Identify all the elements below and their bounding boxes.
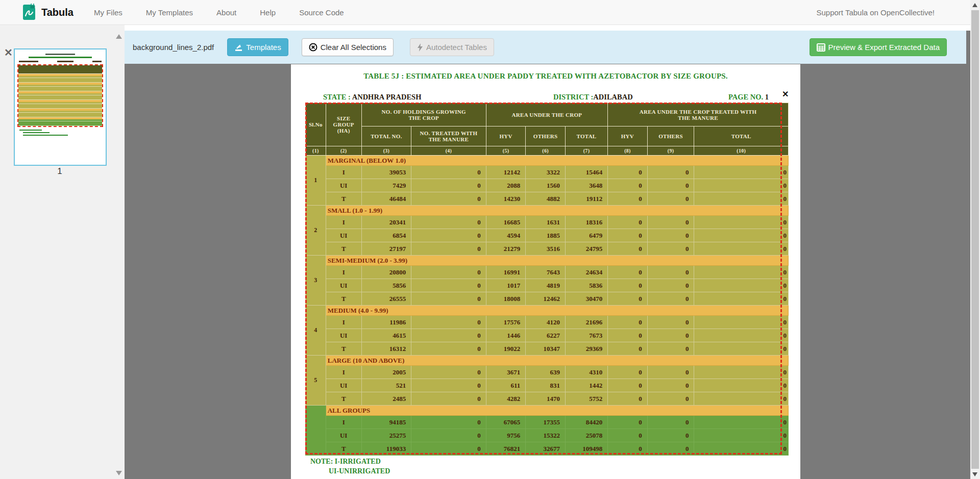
selection-box[interactable] xyxy=(305,103,782,455)
nav-support-link[interactable]: Support Tabula on OpenCollective! xyxy=(816,8,935,17)
export-button[interactable]: Preview & Export Extracted Data xyxy=(810,38,947,56)
page-number-label: 1 xyxy=(14,166,106,177)
autodetect-tables-button[interactable]: Autodetect Tables xyxy=(410,38,494,56)
nav-my-templates[interactable]: My Templates xyxy=(146,8,193,17)
selection-close-icon[interactable]: ✕ xyxy=(782,90,789,98)
brand[interactable]: Tabula xyxy=(21,4,74,21)
thumbnail-title-line xyxy=(45,54,75,55)
nav-my-files[interactable]: My Files xyxy=(94,8,122,17)
nav-source-code[interactable]: Source Code xyxy=(299,8,344,17)
autodetect-lightning-icon xyxy=(417,43,423,52)
navbar: Tabula My Files My Templates About Help … xyxy=(0,0,970,25)
filename-label: background_lines_2.pdf xyxy=(133,43,214,52)
scroll-up-icon[interactable] xyxy=(972,3,977,7)
thumbnail-group-rows xyxy=(18,111,102,117)
thumbnail-meta-line xyxy=(19,61,102,62)
pdf-note-line-1: NOTE: I-IRRIGATED xyxy=(310,458,381,466)
clear-selections-label: Clear All Selections xyxy=(321,43,386,52)
nav-menu: My Files My Templates About Help Source … xyxy=(94,8,344,17)
sidebar: ✕ 1 xyxy=(0,25,125,479)
remove-page-icon[interactable]: ✕ xyxy=(4,47,13,58)
state-value: ANDHRA PRADESH xyxy=(352,93,422,101)
nav-help[interactable]: Help xyxy=(260,8,276,17)
toolbar: background_lines_2.pdf Templates Clear A… xyxy=(125,31,966,64)
clear-selections-icon xyxy=(309,43,317,52)
clear-selections-button[interactable]: Clear All Selections xyxy=(302,38,394,56)
pdf-table-title: TABLE 5J : ESTIMATED AREA UNDER PADDY TR… xyxy=(291,72,800,81)
brand-title: Tabula xyxy=(41,7,74,18)
pdf-page[interactable]: TABLE 5J : ESTIMATED AREA UNDER PADDY TR… xyxy=(291,64,800,479)
thumbnail-notes xyxy=(17,130,104,136)
nav-about[interactable]: About xyxy=(216,8,236,17)
thumbnail-table-header xyxy=(18,65,102,74)
pdf-note-line-2: UI-UNIRRIGATED xyxy=(329,467,390,475)
templates-button[interactable]: Templates xyxy=(227,38,288,56)
export-table-icon xyxy=(817,43,825,52)
page-no-label: PAGE NO. xyxy=(728,93,763,101)
tabula-logo-icon xyxy=(21,4,37,21)
scrollbar-thumb[interactable] xyxy=(971,10,979,469)
scroll-down-icon[interactable] xyxy=(972,472,977,476)
templates-icon xyxy=(234,43,243,52)
thumbnail-group-rows xyxy=(18,93,102,100)
thumbnail-subtitle-line xyxy=(29,57,92,58)
export-button-label: Preview & Export Extracted Data xyxy=(828,43,940,52)
thumbnail-group-rows xyxy=(18,76,102,83)
thumbnail-group-rows xyxy=(18,119,102,126)
templates-button-label: Templates xyxy=(246,43,281,52)
autodetect-tables-label: Autodetect Tables xyxy=(426,43,487,52)
thumbnail-selection-overlay xyxy=(17,64,103,127)
thumbnail-group-rows xyxy=(18,85,102,91)
sidebar-scroll-down-icon[interactable] xyxy=(116,471,122,475)
district-label: DISTRICT : xyxy=(553,93,593,101)
thumbnail-group-rows xyxy=(18,102,102,109)
document-viewer: background_lines_2.pdf Templates Clear A… xyxy=(125,25,970,479)
state-label: STATE : xyxy=(323,93,351,101)
district-value: ADILABAD xyxy=(593,93,632,101)
page-thumbnail[interactable] xyxy=(14,48,107,166)
sidebar-scroll-up-icon[interactable] xyxy=(116,34,122,39)
page-no-value: 1 xyxy=(765,93,769,101)
window-scrollbar[interactable] xyxy=(970,0,980,479)
tabula-app: Tabula My Files My Templates About Help … xyxy=(0,0,980,479)
